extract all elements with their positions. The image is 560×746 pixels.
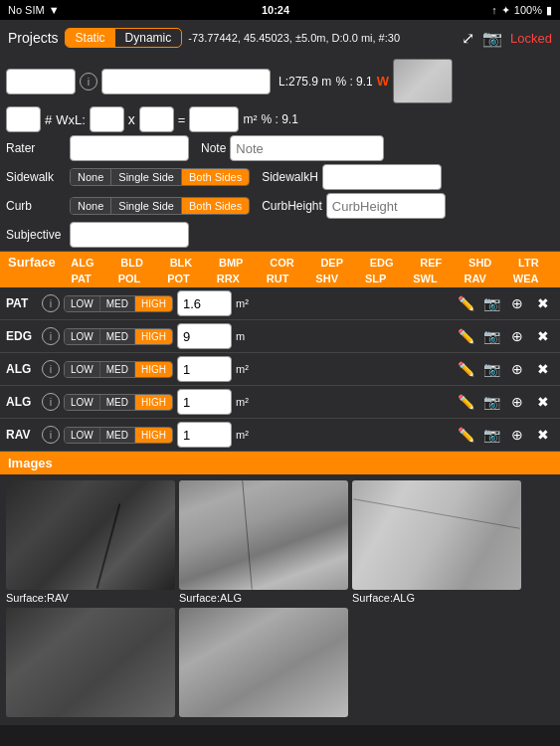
battery-icon: ▮ [546,4,552,17]
remove-icon-pat[interactable]: ✖ [532,292,554,314]
edit-icon-pat[interactable]: ✏️ [455,292,476,314]
sidewalk-none-btn[interactable]: None [71,169,111,185]
low-btn-rav[interactable]: LOW [65,428,100,443]
image-item-b4[interactable] [6,608,175,719]
remove-icon-alg2[interactable]: ✖ [532,391,554,413]
info-icon-rav[interactable]: i [42,426,60,444]
low-btn-alg1[interactable]: LOW [65,362,100,377]
camera-icon-rav[interactable]: 📷 [480,424,502,446]
add-icon-pat[interactable]: ⊕ [506,292,528,314]
edit-icon-edg[interactable]: ✏️ [455,325,476,347]
remove-icon-alg1[interactable]: ✖ [532,358,554,380]
top-thumbnail [393,59,453,103]
add-icon-alg1[interactable]: ⊕ [506,358,528,380]
row-num-input[interactable]: 1 [6,106,41,132]
level-group-pat: LOW MED HIGH [64,295,173,312]
images-header: Images [0,452,560,474]
col-dep: DEP [320,257,343,269]
sidewalk-single-btn[interactable]: Single Side [111,169,182,185]
col-swl: SWL [413,273,437,284]
add-icon-rav[interactable]: ⊕ [506,424,528,446]
locked-label[interactable]: Locked [510,31,552,46]
med-btn-rav[interactable]: MED [100,428,135,443]
med-btn-edg[interactable]: MED [100,329,135,344]
curbheight-input[interactable] [326,193,446,219]
status-right: ↑ ✦ 100% ▮ [491,4,552,17]
image-item-alg2[interactable]: Surface:ALG [352,480,521,604]
static-toggle-btn[interactable]: Static [66,29,115,47]
info-icon-alg1[interactable]: i [42,360,60,378]
note-input[interactable] [230,135,384,161]
med-btn-alg2[interactable]: MED [100,395,135,410]
row-type-alg1: ALG [6,362,38,376]
info-icon-edg[interactable]: i [42,327,60,345]
width-input[interactable]: 8 [90,106,124,132]
images-grid: Surface:RAV Surface:ALG Surface:ALG [0,474,560,725]
add-icon-edg[interactable]: ⊕ [506,325,528,347]
high-btn-alg2[interactable]: HIGH [135,395,172,410]
area-input[interactable]: 200 [189,106,239,132]
curb-both-btn[interactable]: Both Sides [182,198,249,214]
level-group-rav: LOW MED HIGH [64,427,173,444]
col-wea: WEA [513,273,539,284]
sidewalkh-input[interactable]: .2 [322,164,442,190]
m2-label: m² [243,112,257,126]
static-dynamic-toggle: Static Dynamic [65,28,183,48]
subjective-input[interactable]: 70 [70,222,189,248]
rater-input[interactable]: Joe [70,135,189,161]
low-btn-edg[interactable]: LOW [65,329,100,344]
surface-row-edg: EDG i LOW MED HIGH m ✏️ 📷 ⊕ ✖ [0,320,560,353]
value-input-rav[interactable] [177,422,232,448]
image-item-rav[interactable]: Surface:RAV [6,480,175,604]
curbheight-label: CurbHeight [262,199,322,213]
value-input-alg1[interactable] [177,356,232,382]
sidewalk-both-btn[interactable]: Both Sides [182,169,249,185]
edit-icon-rav[interactable]: ✏️ [455,424,476,446]
curb-none-btn[interactable]: None [71,198,111,214]
project-id-input[interactable]: 364983 [6,69,76,94]
eq-label: = [178,112,186,127]
high-btn-alg1[interactable]: HIGH [135,362,172,377]
med-btn-alg1[interactable]: MED [100,362,135,377]
camera-icon-alg2[interactable]: 📷 [480,391,502,413]
expand-icon[interactable]: ⤢ [462,29,474,48]
high-btn-edg[interactable]: HIGH [135,329,172,344]
col-pat: PAT [71,273,91,284]
camera-icon-edg[interactable]: 📷 [480,325,502,347]
surface-row-alg2: ALG i LOW MED HIGH m² ✏️ 📷 ⊕ ✖ [0,386,560,419]
value-input-alg2[interactable] [177,389,232,415]
projects-button[interactable]: Projects [8,30,59,46]
time-label: 10:24 [262,4,289,16]
remove-icon-edg[interactable]: ✖ [532,325,554,347]
row-type-pat: PAT [6,296,38,310]
value-input-edg[interactable] [177,323,232,349]
info-icon-row1[interactable]: i [80,73,97,91]
l-input[interactable]: 25 [139,106,174,132]
image-item-b5[interactable] [179,608,348,719]
col-ref: REF [420,257,442,269]
camera-icon-pat[interactable]: 📷 [480,292,502,314]
edit-icon-alg2[interactable]: ✏️ [455,391,476,413]
curb-single-btn[interactable]: Single Side [111,198,182,214]
low-btn-pat[interactable]: LOW [65,296,100,311]
street-name-input[interactable]: Boulevard Neptune [101,69,271,94]
image-item-alg1[interactable]: Surface:ALG [179,480,348,604]
value-input-pat[interactable] [177,290,232,316]
edit-icon-alg1[interactable]: ✏️ [455,358,476,380]
dynamic-toggle-btn[interactable]: Dynamic [115,29,182,47]
camera-icon-alg1[interactable]: 📷 [480,358,502,380]
low-btn-alg2[interactable]: LOW [65,395,100,410]
info-icon-alg2[interactable]: i [42,393,60,411]
remove-icon-rav[interactable]: ✖ [532,424,554,446]
high-btn-rav[interactable]: HIGH [135,428,172,443]
info-icon-pat[interactable]: i [42,294,60,312]
camera-icon[interactable]: 📷 [482,29,502,48]
battery-label: 100% [514,4,542,16]
row2: 1 # WxL: 8 x 25 = 200 m² % : 9.1 [6,106,554,132]
rater-row: Rater Joe Note [6,135,554,161]
add-icon-alg2[interactable]: ⊕ [506,391,528,413]
row1: 364983 i Boulevard Neptune L:275.9 m % :… [6,59,554,103]
med-btn-pat[interactable]: MED [100,296,135,311]
high-btn-pat[interactable]: HIGH [135,296,172,311]
level-group-edg: LOW MED HIGH [64,328,173,345]
